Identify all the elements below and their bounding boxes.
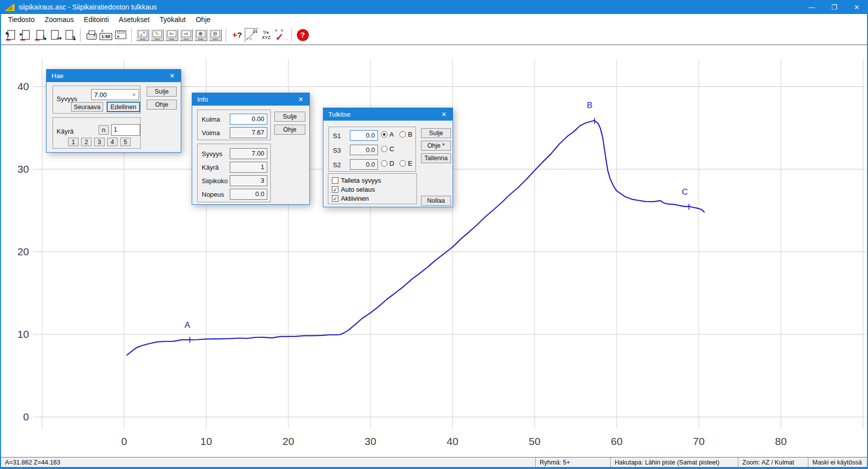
seuraava-button[interactable]: Seuraava	[71, 102, 103, 112]
pan-button[interactable]: ✎	[150, 27, 164, 43]
curve-button-5[interactable]: 5	[120, 138, 131, 146]
hae-close-icon[interactable]: ✕	[164, 70, 181, 82]
hae-ohje-button[interactable]: Ohje	[147, 100, 177, 110]
tulkitse-button-ohje[interactable]: Ohje *	[421, 141, 451, 151]
help-button[interactable]: ?	[295, 27, 310, 43]
annotation-A: A	[185, 320, 191, 330]
radio-circle-icon	[381, 146, 387, 152]
validate-button[interactable]: × ×✓·.·	[273, 27, 288, 43]
status-segment-3: Maski ei käytössä	[808, 457, 867, 467]
radio-label-e: E	[408, 160, 412, 167]
info-dialog-title: Info	[197, 96, 208, 103]
arrow-right-icon: ⇨	[180, 29, 193, 41]
info-measure-group: Kulma0.00Voima7.67	[197, 110, 271, 140]
info-sulje-button[interactable]: Sulje	[274, 112, 305, 122]
save-file-icon: ↳	[37, 30, 44, 40]
zoom-out-button[interactable]: ⊖	[208, 27, 222, 43]
minimize-button[interactable]: —	[800, 0, 823, 14]
window-title: siipikairaus.asc - Siipikairatiedoston t…	[19, 3, 157, 11]
toolbar: ↰ + ↳ ⇢ ↴ x̄1:50 ⤢ ✎ ⇦ ⇨ ⊕ ⊖ +? 21× × °∕…	[1, 25, 867, 45]
kayra-label: Käyrä	[57, 128, 74, 135]
save-file-button[interactable]: ↳	[33, 27, 48, 43]
open-file-button[interactable]: ↰	[4, 27, 19, 43]
x-tick-label: 80	[775, 435, 786, 447]
page-setup-button[interactable]	[113, 27, 128, 43]
next-view-button[interactable]: ⇨	[179, 27, 193, 43]
info-dialog-titlebar[interactable]: Info ✕	[192, 93, 309, 106]
chevron-down-icon: ˅	[133, 92, 136, 98]
tulkitse-button-tallenna[interactable]: Tallenna	[421, 153, 451, 163]
radio-label-c: C	[389, 145, 394, 153]
fit-view-button[interactable]: ⤢	[135, 27, 150, 43]
kayra-input[interactable]: 1	[111, 124, 140, 136]
info-position-group: Syvyys7.00Käyrä1Siipikoko3Nopeus0.0	[197, 144, 271, 202]
export-file-icon: ↴	[66, 30, 73, 40]
radio-c[interactable]: C	[381, 145, 394, 153]
info-field-kulma[interactable]: 0.00	[230, 114, 267, 125]
append-file-button[interactable]: +	[19, 27, 33, 43]
tulkitse-close-icon[interactable]: ✕	[436, 108, 453, 121]
hae-dialog-titlebar[interactable]: Hae ✕	[47, 70, 181, 82]
checkbox-auto-selaus[interactable]: ✓Auto selaus	[332, 186, 375, 193]
zoom-in-button[interactable]: ⊕	[193, 27, 208, 43]
query-point-button[interactable]: +?	[230, 27, 244, 43]
hae-sulje-button[interactable]: Sulje	[147, 87, 177, 97]
edellinen-button[interactable]: Edellinen	[107, 102, 140, 112]
curve-button-4[interactable]: 4	[107, 138, 118, 146]
radio-e[interactable]: E	[399, 160, 412, 167]
status-coordinates: A=31.862 Z=44.163	[1, 459, 535, 466]
info-close-icon[interactable]: ✕	[292, 93, 309, 106]
menu-item-työkalut[interactable]: Työkalut	[155, 15, 191, 25]
syvyys-combobox[interactable]: 7.00 ˅	[91, 89, 139, 100]
close-button[interactable]: ✕	[845, 0, 868, 14]
previous-view-button[interactable]: ⇦	[164, 27, 179, 43]
n-button[interactable]: n	[99, 125, 109, 135]
radio-d[interactable]: D	[381, 160, 394, 167]
printer-icon	[87, 33, 97, 40]
tulkitse-field-s2[interactable]: 0.0	[350, 159, 378, 170]
tulkitse-field-s3[interactable]: 0.0	[350, 145, 378, 155]
menu-item-ohje[interactable]: Ohje	[191, 15, 216, 25]
info-label-syvyys: Syvyys	[202, 150, 222, 158]
tulkitse-field-s1[interactable]: 0.0	[350, 130, 378, 141]
checkbox-aktiivinen[interactable]: ✓Aktiivinen	[332, 195, 369, 202]
maximize-button[interactable]: ❐	[823, 0, 845, 14]
export-file-button[interactable]: ↴	[62, 27, 77, 43]
copy-file-button[interactable]: ⇢	[48, 27, 62, 43]
curve-button-1[interactable]: 1	[68, 138, 79, 146]
info-field-siipikoko[interactable]: 3	[230, 175, 267, 186]
coordinates-tool-button[interactable]: °∕+XYZ	[259, 27, 273, 43]
menu-item-asetukset[interactable]: Asetukset	[114, 15, 154, 25]
annotation-B: B	[587, 101, 592, 110]
checkbox-box-icon	[332, 177, 338, 184]
radio-circle-icon	[399, 131, 406, 138]
tulkitse-button-sulje[interactable]: Sulje	[421, 128, 451, 138]
checkbox-talleta-syvyys[interactable]: Talleta syvyys	[332, 177, 381, 184]
status-segment-0: Ryhmä: 5+	[535, 457, 610, 467]
menu-item-tiedosto[interactable]: Tiedosto	[3, 15, 40, 25]
info-ohje-button[interactable]: Ohje	[274, 125, 305, 135]
tulkitse-label-s3: S3	[333, 147, 341, 154]
nollaa-button[interactable]: Nollaa	[421, 196, 451, 206]
info-field-voima[interactable]: 7.67	[230, 127, 267, 138]
title-bar: siipikairaus.asc - Siipikairatiedoston t…	[0, 0, 868, 14]
tulkitse-dialog-titlebar[interactable]: Tulkitse ✕	[323, 108, 453, 121]
xyz-icon: °∕+XYZ	[259, 28, 273, 42]
x-tick-label: 70	[693, 435, 704, 447]
curve-button-3[interactable]: 3	[94, 138, 105, 146]
menu-item-editointi[interactable]: Editointi	[79, 15, 114, 25]
info-field-nopeus[interactable]: 0.0	[230, 189, 267, 200]
ruler-icon	[115, 31, 126, 39]
info-field-käyrä[interactable]: 1	[230, 162, 267, 173]
tulkitse-label-s2: S2	[333, 161, 341, 169]
radio-b[interactable]: B	[399, 131, 412, 138]
menu-bar: TiedostoZoomausEditointiAsetuksetTyökalu…	[1, 14, 867, 25]
info-field-syvyys[interactable]: 7.00	[230, 148, 267, 159]
point-count-tool-button[interactable]: 21× ×	[244, 27, 259, 43]
curve-button-2[interactable]: 2	[81, 138, 92, 146]
radio-a[interactable]: A	[381, 131, 394, 138]
scale-button[interactable]: x̄1:50	[99, 27, 113, 43]
print-button[interactable]	[84, 27, 99, 43]
menu-item-zoomaus[interactable]: Zoomaus	[40, 15, 79, 25]
tulkitse-dialog: Tulkitse ✕ S10.0S30.0S20.0ABCDE Talleta …	[323, 108, 453, 207]
